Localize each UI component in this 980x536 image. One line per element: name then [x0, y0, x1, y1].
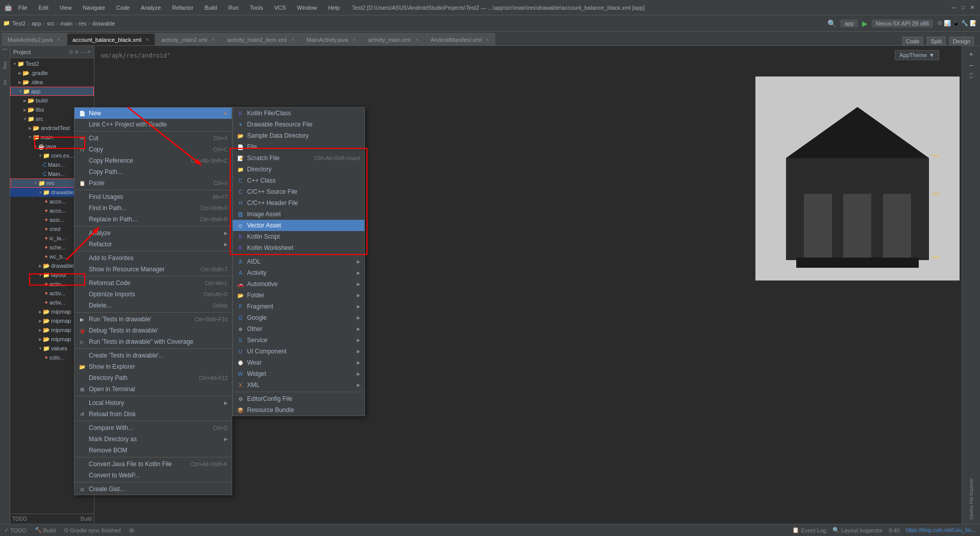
- ctx-local-history[interactable]: Local History ▶: [75, 397, 232, 409]
- new-scratch[interactable]: 📝 Scratch File Ctrl+Alt+Shift+Insert: [233, 152, 364, 164]
- new-cpp-class[interactable]: C C++ Class: [233, 175, 364, 186]
- tree-item-build[interactable]: ▶ 📂 build: [10, 96, 94, 105]
- new-kotlin-file[interactable]: K Kotlin File/Class: [233, 108, 364, 119]
- ctx-remove-bom[interactable]: Remove BOM: [75, 445, 232, 456]
- run-button[interactable]: ▶: [862, 19, 868, 28]
- ctx-copy-path[interactable]: Copy Path...: [75, 166, 232, 177]
- tree-item-gradle[interactable]: ▶ 📂 .gradle: [10, 68, 94, 78]
- new-xml[interactable]: X XML ▶: [233, 379, 364, 391]
- event-log-button[interactable]: 📋 Event Log: [792, 527, 826, 533]
- menu-help[interactable]: Help: [326, 4, 342, 12]
- new-aidl[interactable]: A AIDL ▶: [233, 256, 364, 267]
- tab-androidmanifest[interactable]: AndroidManifest.xml ✕: [425, 33, 496, 45]
- tree-item-idea[interactable]: ▶ 📂 .idea: [10, 78, 94, 87]
- tree-item-test2[interactable]: ▼ 📁 Test2: [10, 59, 94, 68]
- new-kotlin-script[interactable]: K Kotlin Script: [233, 231, 364, 242]
- ctx-show-explorer[interactable]: 📂 Show in Explorer: [75, 361, 232, 372]
- tab-mainactivity2[interactable]: MainActivity2.java ✕: [2, 33, 66, 45]
- device-selector[interactable]: Nexus 5X API 29 x86: [872, 19, 933, 28]
- layout-inspector-button[interactable]: 🔍 Layout Inspector: [832, 527, 883, 533]
- breadcrumb-res[interactable]: res: [79, 20, 86, 27]
- new-fragment[interactable]: F Fragment ▶: [233, 301, 364, 312]
- new-image-asset[interactable]: 🖼 Image Asset: [233, 209, 364, 220]
- ctx-cut[interactable]: ✂ Cut Ctrl+X: [75, 133, 232, 144]
- menu-analyze[interactable]: Analyze: [139, 4, 163, 12]
- ctx-open-terminal[interactable]: ⊞ Open in Terminal: [75, 384, 232, 395]
- new-widget[interactable]: W Widget ▶: [233, 368, 364, 379]
- ctx-add-favorites[interactable]: Add to Favorites: [75, 252, 232, 264]
- ctx-convert-webp[interactable]: Convert to WebP...: [75, 470, 232, 481]
- structure-icon[interactable]: Str: [3, 80, 8, 86]
- tree-item-app[interactable]: ▼ 📁 app: [10, 87, 94, 96]
- ctx-copy[interactable]: ⊓ Copy Ctrl+C: [75, 144, 232, 155]
- run-config[interactable]: app: [840, 19, 857, 28]
- breadcrumb-main[interactable]: main: [60, 20, 72, 27]
- ctx-find-in-path[interactable]: Find in Path... Ctrl+Shift+F: [75, 202, 232, 214]
- ctx-find-usages[interactable]: Find Usages Alt+F7: [75, 191, 232, 202]
- menu-build[interactable]: Build: [203, 4, 219, 12]
- close-button[interactable]: ✕: [969, 4, 976, 11]
- ctx-new[interactable]: 📄 New ▶: [75, 108, 232, 119]
- new-drawable[interactable]: ✦ Drawable Resource File: [233, 119, 364, 130]
- menu-window[interactable]: Window: [295, 4, 319, 12]
- ctx-show-resource-mgr[interactable]: Show In Resource Manager Ctrl+Shift+T: [75, 264, 232, 275]
- apptheme-selector[interactable]: AppTheme ▼: [895, 50, 939, 60]
- ctx-delete[interactable]: Delete... Delete: [75, 300, 232, 311]
- menu-tools[interactable]: Tools: [248, 4, 265, 12]
- ctx-create-tests[interactable]: Create 'Tests in drawable'...: [75, 350, 232, 361]
- new-ui-component[interactable]: U UI Component ▶: [233, 346, 364, 357]
- ctx-convert-java[interactable]: Convert Java File to Kotlin File Ctrl+Al…: [75, 458, 232, 470]
- new-google[interactable]: G Google ▶: [233, 312, 364, 323]
- menu-code[interactable]: Code: [114, 4, 132, 12]
- todo-status[interactable]: ✓ TODO: [4, 527, 27, 533]
- ctx-replace-in-path[interactable]: Replace in Path... Ctrl+Shift+R: [75, 214, 232, 225]
- tab-activity-main2[interactable]: activity_main2.xml ✕: [156, 33, 221, 45]
- tab-close-activity-main2[interactable]: ✕: [211, 37, 215, 42]
- tab-account-balance[interactable]: account_balance_black.xml ✕: [67, 33, 155, 45]
- device-file-explorer-label[interactable]: Device File Explorer: [969, 478, 974, 520]
- tab-design-button[interactable]: Design: [949, 37, 974, 45]
- menu-edit[interactable]: Edit: [37, 4, 51, 12]
- ctx-mark-dir[interactable]: Mark Directory as ▶: [75, 433, 232, 445]
- tab-activity-main2-item[interactable]: activity_main2_item.xml ✕: [222, 33, 301, 45]
- new-folder[interactable]: 📂 Folder ▶: [233, 290, 364, 301]
- tab-activity-main[interactable]: activity_main.xml ✕: [362, 33, 425, 45]
- new-vector-asset[interactable]: ◇ Vector Asset: [233, 220, 364, 231]
- ctx-run-tests[interactable]: ▶ Run 'Tests in drawable' Ctrl+Shift+F10: [75, 314, 232, 325]
- tab-close-mainactivity[interactable]: ✕: [352, 37, 356, 42]
- tab-close-mainactivity2[interactable]: ✕: [57, 37, 61, 42]
- zoom-out-button[interactable]: −: [969, 61, 973, 69]
- menu-vcs[interactable]: VCS: [272, 4, 288, 12]
- new-cpp-source[interactable]: C C/C++ Source File: [233, 186, 364, 197]
- ctx-optimize-imports[interactable]: Optimize Imports Ctrl+Alt+O: [75, 289, 232, 300]
- new-cpp-header[interactable]: H C/C++ Header File: [233, 197, 364, 209]
- ctx-paste[interactable]: 📋 Paste Ctrl+V: [75, 177, 232, 189]
- todo-button[interactable]: TODO: [12, 516, 27, 522]
- zoom-in-button[interactable]: +: [969, 50, 973, 58]
- menu-run[interactable]: Run: [226, 4, 240, 12]
- tab-close-activity-main[interactable]: ✕: [415, 37, 419, 42]
- new-wear[interactable]: ⌚ Wear ▶: [233, 357, 364, 368]
- ctx-refactor[interactable]: Refactor ▶: [75, 239, 232, 250]
- ctx-reformat[interactable]: Reformat Code Ctrl+Alt+L: [75, 277, 232, 289]
- search-icon[interactable]: 🔍: [827, 19, 836, 28]
- breadcrumb-test2[interactable]: Test2: [12, 20, 26, 27]
- menu-navigate[interactable]: Navigate: [81, 4, 107, 12]
- menu-refactor[interactable]: Refactor: [170, 4, 195, 12]
- new-sample-data[interactable]: 📂 Sample Data Directory: [233, 130, 364, 141]
- tab-split-button[interactable]: Split: [927, 37, 945, 45]
- new-activity[interactable]: A Activity ▶: [233, 267, 364, 278]
- ctx-link-cpp[interactable]: Link C++ Project with Gradle: [75, 119, 232, 130]
- ctx-compare-with[interactable]: Compare With... Ctrl+D: [75, 422, 232, 433]
- ctx-debug-tests[interactable]: 🐞 Debug 'Tests in drawable': [75, 325, 232, 336]
- tab-code-button[interactable]: Code: [902, 37, 923, 45]
- project-tab-icon[interactable]: 1: [2, 48, 8, 51]
- new-file[interactable]: 📄 File: [233, 141, 364, 152]
- new-editorconfig[interactable]: ⚙ EditorConfig File: [233, 393, 364, 404]
- code-editor[interactable]: om/apk/res/android": [94, 46, 980, 65]
- maximize-button[interactable]: □: [960, 4, 967, 11]
- ctx-directory-path[interactable]: Directory Path Ctrl+Alt+F12: [75, 372, 232, 384]
- tab-mainactivity[interactable]: MainActivity.java ✕: [301, 33, 362, 45]
- ctx-create-gist[interactable]: ⊙ Create Gist...: [75, 483, 232, 495]
- minimize-button[interactable]: —: [950, 4, 958, 11]
